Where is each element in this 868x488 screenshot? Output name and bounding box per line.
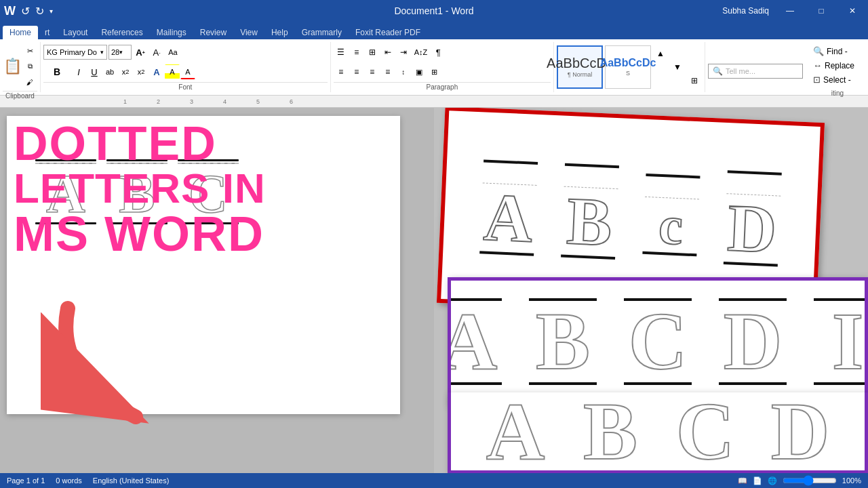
thumb1-letter-A: A (479, 159, 538, 256)
tell-me-input[interactable]: 🔍 Tell me... (708, 64, 803, 79)
word-icon: W (4, 4, 16, 18)
editing-group-label: iting (811, 89, 864, 98)
left-panel: A B C (0, 108, 434, 474)
increase-indent-button[interactable]: ⇥ (396, 45, 411, 60)
highlight-button[interactable]: A (165, 64, 180, 79)
redo-button[interactable]: ↻ (35, 5, 44, 18)
cut-button[interactable]: ✂ (22, 43, 37, 58)
thumbnail-purple-bottom: A B C D (448, 392, 868, 474)
select-icon: ⊡ (813, 75, 821, 85)
thumb2-letters: A B C D (448, 298, 868, 385)
quick-access-more[interactable]: ▾ (50, 7, 53, 15)
thumb3-letter-A: A (481, 392, 549, 474)
close-button[interactable]: ✕ (837, 0, 868, 22)
status-bar: Page 1 of 1 0 words English (United Stat… (0, 473, 868, 488)
layout-tab[interactable]: Layout (56, 26, 94, 39)
increase-font-button[interactable]: A+ (133, 45, 148, 60)
clipboard-group: 📋 ✂ ⧉ 🖌 Clipboard (0, 42, 41, 92)
border-button[interactable]: ⊞ (427, 64, 442, 79)
shading-button[interactable]: ▣ (412, 64, 427, 79)
bold-button[interactable]: B (43, 64, 71, 79)
thumb1-letter-c: c (642, 173, 700, 256)
undo-button[interactable]: ↺ (21, 5, 30, 18)
copy-button[interactable]: ⧉ (22, 59, 37, 74)
home-tab[interactable]: Home (3, 26, 38, 39)
mailings-tab[interactable]: Mailings (150, 26, 193, 39)
strikethrough-button[interactable]: ab (102, 64, 117, 79)
doc-letter-B: B (106, 159, 167, 224)
thumb3-letters: A B C D (465, 392, 851, 474)
superscript-button[interactable]: x2 (134, 64, 149, 79)
select-button[interactable]: ⊡ Select - (811, 73, 864, 86)
references-tab[interactable]: References (94, 26, 149, 39)
bullets-button[interactable]: ☰ (334, 45, 349, 60)
tell-me-group: 🔍 Tell me... (705, 42, 807, 92)
text-effect-button[interactable]: A (149, 64, 164, 79)
styles-more[interactable]: ⊞ (687, 73, 702, 88)
find-button[interactable]: 🔍 Find - (811, 45, 864, 58)
replace-icon: ↔ (813, 60, 822, 70)
zoom-level: 100% (842, 476, 861, 485)
title-bar-left: W ↺ ↻ ▾ (4, 4, 53, 18)
design-tab[interactable]: rt (38, 26, 56, 39)
replace-button[interactable]: ↔ Replace (811, 59, 864, 72)
show-formatting-button[interactable]: ¶ (431, 45, 446, 60)
multilevel-list-button[interactable]: ⊞ (365, 45, 380, 60)
font-name-input[interactable]: KG Primary Do ▾ (43, 45, 107, 60)
decrease-indent-button[interactable]: ⇤ (380, 45, 395, 60)
thumb2-letter-I: I (814, 298, 868, 385)
grammarly-tab[interactable]: Grammarly (295, 26, 349, 39)
decrease-font-button[interactable]: A- (149, 45, 164, 60)
sort-button[interactable]: A↕Z (412, 45, 431, 60)
format-painter-button[interactable]: 🖌 (22, 75, 37, 89)
review-tab[interactable]: Review (193, 26, 233, 39)
thumb2-letter-A: A (448, 298, 502, 385)
foxit-tab[interactable]: Foxit Reader PDF (349, 26, 427, 39)
title-bar: W ↺ ↻ ▾ Document1 - Word Subha Sadiq — □… (0, 0, 868, 22)
doc-letters-row: A B C (35, 159, 378, 224)
thumb2-letter-B: B (529, 298, 597, 385)
word-count: 0 words (56, 476, 82, 485)
heading1-style[interactable]: AaBbCcDc S (605, 45, 651, 89)
normal-style[interactable]: AaBbCcDc ¶ Normal (557, 45, 603, 89)
arrow-graphic (41, 295, 203, 433)
paragraph-group: ☰ ≡ ⊞ ⇤ ⇥ A↕Z ¶ ≡ ≡ ≡ ≡ ↕ ▣ (331, 42, 554, 92)
thumbnail-purple-top: A B C D (448, 277, 868, 406)
thumb1-letter-D: D (724, 170, 782, 266)
line-spacing-button[interactable]: ↕ (396, 64, 411, 79)
thumb3-letter-D: D (766, 392, 834, 474)
subscript-button[interactable]: x2 (118, 64, 133, 79)
clipboard-label: Clipboard (3, 91, 37, 101)
heading1-preview: AaBbCcDc (600, 58, 656, 68)
styles-scroll-down[interactable]: ▼ (670, 60, 685, 75)
help-tab[interactable]: Help (264, 26, 295, 39)
numbering-button[interactable]: ≡ (349, 45, 364, 60)
align-center-button[interactable]: ≡ (349, 64, 364, 79)
minimize-button[interactable]: — (774, 0, 806, 22)
content-area: A B C (0, 108, 868, 474)
clear-format-button[interactable]: Aa (165, 45, 180, 60)
search-icon: 🔍 (713, 66, 723, 76)
justify-button[interactable]: ≡ (380, 64, 395, 79)
thumb2-letter-C: C (624, 298, 692, 385)
styles-scroll-up[interactable]: ▲ (653, 46, 668, 61)
font-group-label: Font (43, 82, 328, 92)
paste-button[interactable]: 📋 (3, 53, 22, 80)
align-right-button[interactable]: ≡ (365, 64, 380, 79)
language: English (United States) (93, 476, 170, 485)
styles-group: AaBbCcDc ¶ Normal AaBbCcDc S ▲ ▼ ⊞ (554, 42, 705, 92)
view-tab[interactable]: View (233, 26, 264, 39)
maximize-button[interactable]: □ (806, 0, 837, 22)
title-bar-right: Subha Sadiq — □ ✕ (717, 0, 868, 22)
underline-button[interactable]: U (87, 64, 102, 79)
right-panel: A B c (434, 108, 868, 474)
italic-button[interactable]: I (71, 64, 86, 79)
font-size-input[interactable]: 28 ▾ (108, 45, 132, 60)
align-left-button[interactable]: ≡ (334, 64, 349, 79)
font-controls: KG Primary Do ▾ 28 ▾ A+ A- Aa B I (43, 43, 328, 81)
font-color-button[interactable]: A (180, 64, 195, 79)
web-layout-button[interactable]: 🌐 (768, 476, 777, 485)
zoom-slider[interactable] (783, 475, 837, 486)
read-mode-button[interactable]: 📖 (738, 476, 747, 485)
print-layout-button[interactable]: 📄 (753, 476, 762, 485)
